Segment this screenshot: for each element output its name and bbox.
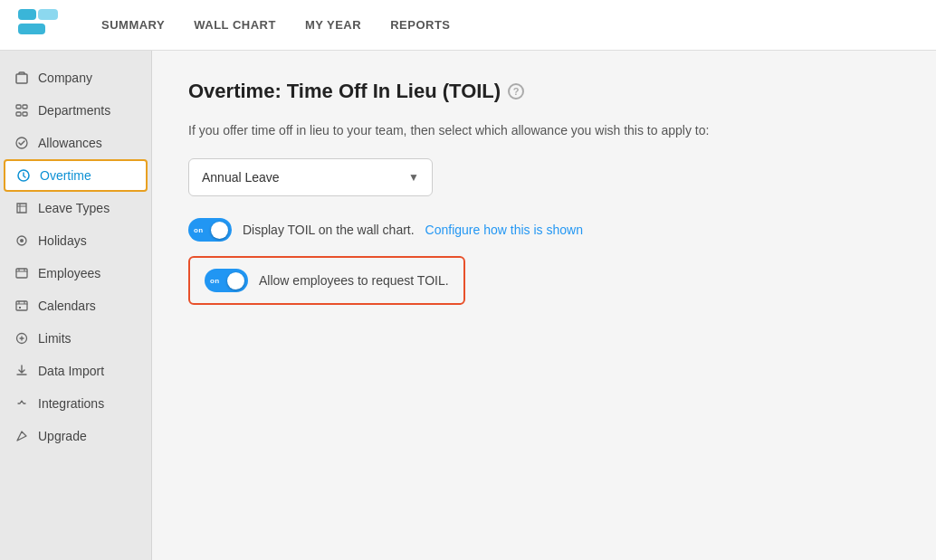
page-title: Overtime: Time Off In Lieu (TOIL) ? [188,80,900,103]
sidebar-item-employees[interactable]: Employees [0,257,151,289]
configure-link[interactable]: Configure how this is shown [425,223,583,237]
svg-rect-3 [16,74,27,83]
sidebar-item-limits[interactable]: Limits [0,322,151,355]
allowance-dropdown[interactable]: Annual Leave ▼ [188,158,433,196]
employees-icon [14,266,29,280]
sidebar-item-holidays[interactable]: Holidays [0,224,151,257]
nav-reports[interactable]: REPORTS [390,14,450,35]
dropdown-value: Annual Leave [202,170,280,185]
svg-rect-13 [16,301,27,310]
sidebar-item-departments[interactable]: Departments [0,94,151,127]
sidebar-company-label: Company [38,71,92,85]
sidebar-departments-label: Departments [38,103,110,118]
sidebar-item-company[interactable]: Company [0,62,151,94]
sidebar-data-import-label: Data Import [38,364,104,378]
sidebar-item-integrations[interactable]: Integrations [0,387,151,420]
allow-employees-toil-toggle[interactable]: on [205,269,248,292]
nav-wall-chart[interactable]: WALL CHART [194,14,276,35]
holidays-icon [14,233,29,248]
sidebar-calendars-label: Calendars [38,299,96,313]
content-area: Overtime: Time Off In Lieu (TOIL) ? If y… [152,51,936,560]
sidebar-integrations-label: Integrations [38,396,104,411]
sidebar-upgrade-label: Upgrade [38,429,87,443]
svg-rect-1 [18,24,45,34]
svg-rect-2 [38,9,58,20]
svg-rect-4 [16,105,21,109]
sidebar-item-allowances[interactable]: Allowances [0,127,151,159]
allow-employees-toil-box: on Allow employees to request TOIL. [188,256,465,305]
main-layout: Company Departments Allowances Overtime … [0,51,936,560]
nav-my-year[interactable]: MY YEAR [305,14,361,35]
overtime-icon [16,168,31,183]
allowance-dropdown-wrapper: Annual Leave ▼ [188,158,900,196]
sidebar-item-calendars[interactable]: Calendars [0,289,151,322]
toil-wall-chart-toggle-row: on Display TOIL on the wall chart. Confi… [188,218,900,242]
upgrade-icon [14,429,29,443]
top-nav: SUMMARY WALL CHART MY YEAR REPORTS [0,0,936,51]
allow-employees-toil-label: Allow employees to request TOIL. [259,273,449,288]
help-icon[interactable]: ? [508,83,524,100]
toil-wall-chart-label: Display TOIL on the wall chart. [243,223,415,237]
sidebar-holidays-label: Holidays [38,233,87,248]
toil-wall-chart-toggle[interactable]: on [188,218,232,242]
sidebar-overtime-label: Overtime [40,168,91,183]
toggle1-on-label: on [194,226,203,234]
data-import-icon [14,364,29,378]
toggle2-on-label: on [210,277,219,285]
sidebar-item-overtime[interactable]: Overtime [4,159,148,192]
page-title-text: Overtime: Time Off In Lieu (TOIL) [188,80,501,103]
limits-icon [14,331,29,346]
sidebar-employees-label: Employees [38,266,100,280]
sidebar: Company Departments Allowances Overtime … [0,51,152,560]
leave-types-icon [14,201,29,215]
integrations-icon [14,396,29,411]
toggle1-knob [211,222,228,239]
sidebar-item-data-import[interactable]: Data Import [0,355,151,387]
calendars-icon [14,299,29,313]
departments-icon [14,103,29,118]
allowances-icon [14,136,29,150]
nav-summary[interactable]: SUMMARY [101,14,165,35]
toggle2-knob [227,272,244,289]
app-logo [18,9,58,42]
company-icon [14,71,29,85]
sidebar-leave-types-label: Leave Types [38,201,110,215]
svg-rect-6 [16,112,21,116]
description-text: If you offer time off in lieu to your te… [188,121,900,140]
sidebar-limits-label: Limits [38,331,72,346]
sidebar-item-leave-types[interactable]: Leave Types [0,192,151,224]
svg-rect-12 [16,269,27,278]
svg-rect-5 [23,105,27,109]
svg-point-11 [20,239,24,242]
svg-rect-7 [23,112,27,116]
sidebar-allowances-label: Allowances [38,136,102,150]
sidebar-item-upgrade[interactable]: Upgrade [0,420,151,452]
chevron-down-icon: ▼ [408,171,419,184]
svg-rect-0 [18,9,36,20]
